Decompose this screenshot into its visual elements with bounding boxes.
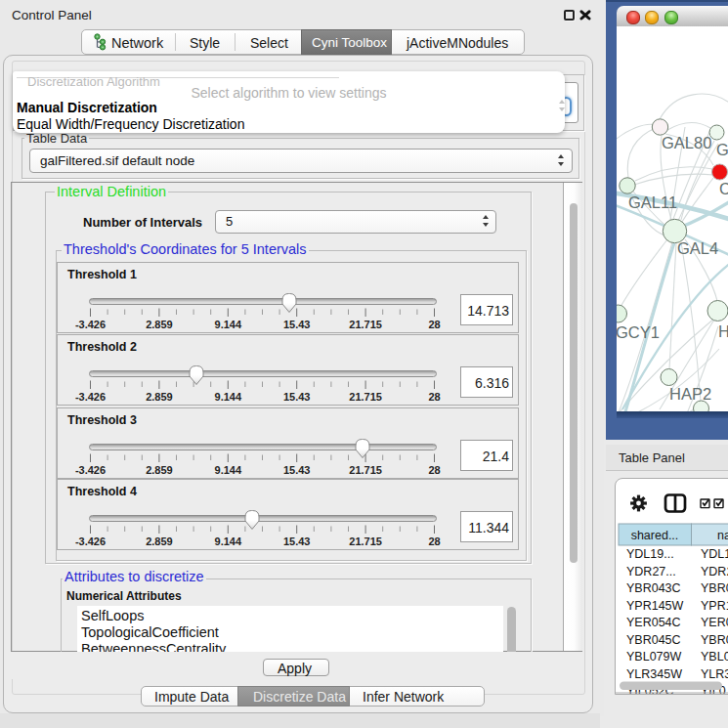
svg-text:GAL80: GAL80: [662, 134, 711, 151]
svg-text:na: na: [717, 529, 728, 542]
svg-text:shared...: shared...: [631, 529, 679, 542]
svg-text:YBR043C: YBR043C: [626, 581, 681, 595]
svg-text:YLR3: YLR3: [701, 667, 728, 681]
svg-text:CR: CR: [719, 180, 728, 197]
svg-text:H: H: [718, 322, 728, 340]
svg-text:GA: GA: [716, 141, 728, 158]
svg-text:YER0: YER0: [701, 616, 728, 629]
svg-text:YPR145W: YPR145W: [626, 599, 684, 613]
svg-text:GCY1: GCY1: [617, 323, 660, 341]
svg-text:GAL4: GAL4: [677, 239, 718, 257]
svg-text:YBR0: YBR0: [701, 633, 728, 647]
svg-text:YBL079W: YBL079W: [626, 650, 681, 664]
svg-text:YBR045C: YBR045C: [626, 633, 681, 647]
svg-text:YLR345W: YLR345W: [626, 667, 682, 681]
svg-text:YPR1: YPR1: [701, 599, 728, 613]
svg-text:YDR27...: YDR27...: [626, 565, 676, 578]
svg-text:YDL19...: YDL19...: [626, 547, 674, 561]
svg-text:YDR2: YDR2: [701, 565, 728, 578]
svg-text:GAL11: GAL11: [628, 193, 677, 211]
svg-text:YBR0: YBR0: [701, 581, 728, 595]
svg-text:YER054C: YER054C: [626, 616, 681, 629]
svg-text:HAP2: HAP2: [669, 385, 711, 403]
svg-text:YBL0: YBL0: [701, 650, 728, 664]
svg-text:YDL1: YDL1: [701, 547, 728, 561]
